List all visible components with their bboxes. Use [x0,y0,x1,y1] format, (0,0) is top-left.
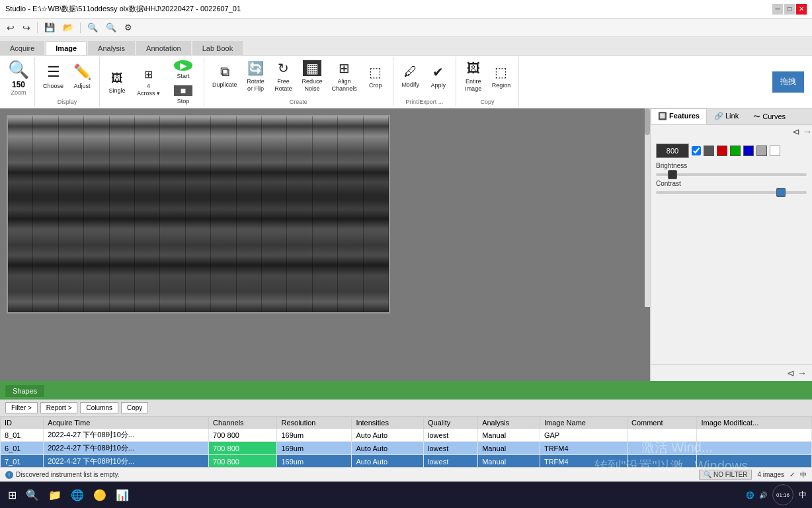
rp-nav-row: ⊲ → [651,125,812,138]
filter-button[interactable]: Filter > [5,402,38,413]
color-swatch-gray[interactable] [756,146,767,156]
color-swatch-blue[interactable] [743,146,754,156]
table-row[interactable]: 6_012022-4-27 下午08时10分...700 800169umAut… [1,442,812,455]
taskbar-file-explorer[interactable]: 📁 [46,486,64,504]
table-cell-7: GAP [540,429,627,442]
rp-tab-features[interactable]: 🔲 Features [651,108,707,124]
main-section: 🔲 Features 🔗 Link 〜 Curves ⊲ → [0,108,812,381]
features-icon: 🔲 [658,112,667,120]
columns-button[interactable]: Columns [80,402,118,413]
table-row[interactable]: 7_012022-4-27 下午08时10分...700 800169umAut… [1,455,812,468]
lang-label: 中 [800,470,807,480]
copy-table-button[interactable]: Copy [121,402,148,413]
four-across-button[interactable]: ⊞ 4Across ▾ [133,65,164,101]
rotate-flip-button[interactable]: 🔄 Rotateor Flip [243,58,269,95]
table-cell-6: Manual [478,455,540,468]
quick-print-button[interactable]: 🔍 [85,21,101,34]
rp-nav-left[interactable]: ⊲ [792,126,800,137]
modify-button[interactable]: 🖊 Modify [397,58,424,95]
rp-tab-link[interactable]: 🔗 Link [707,108,746,124]
col-quality: Quality [424,417,478,429]
col-channels: Channels [209,417,277,429]
contrast-slider-thumb[interactable] [776,188,786,197]
report-button[interactable]: Report > [40,402,78,413]
taskbar-browser[interactable]: 🌐 [68,486,87,504]
color-swatch-white[interactable] [770,146,780,156]
color-swatch-dark[interactable] [704,146,714,156]
quick-open-button[interactable]: 📂 [60,21,76,34]
taskbar: ⊞ 🔍 📁 🌐 🟡 📊 🌐 🔊 01:16 中 [0,482,812,508]
apply-button[interactable]: ✔ Apply [425,58,452,95]
rp-bottom-right[interactable]: → [797,368,807,378]
rp-bottom-left[interactable]: ⊲ [787,368,795,378]
bottom-toolbar: Shapes [0,382,812,400]
entire-image-button[interactable]: 🖼 EntireImage [460,58,487,95]
table-cell-8 [627,455,696,468]
table-body: 8_012022-4-27 下午08时10分...700 800169umAut… [1,429,812,468]
table-row[interactable]: 8_012022-4-27 下午08时10分...700 800169umAut… [1,429,812,442]
maximize-button[interactable]: □ [784,4,795,15]
app-title: Studio - E:\☆WB\数据\511oddessy olx数据\HHJ\… [5,4,241,14]
table-cell-2: 700 800 [209,429,277,442]
lane-14 [338,116,363,312]
undo-button[interactable]: ↩ [4,21,17,34]
table-cell-7: TRFM4 [540,455,627,468]
lane-4 [84,116,109,312]
single-icon: 🖼 [111,71,123,85]
channel-checkbox[interactable] [692,146,701,155]
crop-button[interactable]: ⬚ Crop [362,58,389,95]
choose-button[interactable]: ☰ Choose [39,58,67,95]
modify-icon: 🖊 [404,64,417,79]
table-cell-3: 169um [277,442,352,455]
lane-11 [262,116,287,312]
table-cell-0: 8_01 [1,429,44,442]
brightness-slider-thumb[interactable] [668,170,677,179]
brightness-slider-track[interactable] [656,173,807,176]
rp-nav-right[interactable]: → [803,126,812,137]
tab-acquire[interactable]: Acquire [0,41,44,55]
table-cell-1: 2022-4-27 下午08时10分... [44,442,209,455]
quick-zoom-button[interactable]: 🔍 [103,21,119,34]
panel-scroll-thumb[interactable] [645,108,650,135]
color-swatch-green[interactable] [730,146,741,156]
table-cell-4: Auto Auto [352,442,424,455]
minimize-button[interactable]: ─ [772,4,783,15]
free-rotate-button[interactable]: ↻ FreeRotate [270,58,297,95]
tab-image[interactable]: Image [46,41,87,55]
tab-analysis[interactable]: Analysis [88,41,135,55]
contrast-slider-track[interactable] [656,191,807,194]
align-channels-button[interactable]: ⊞ AlignChannels [328,58,361,95]
quick-save-button[interactable]: 💾 [42,21,58,34]
quick-settings-button[interactable]: ⚙ [122,21,135,34]
table-cell-5: lowest [424,429,478,442]
tab-annotation[interactable]: Annotation [136,41,191,55]
shapes-button[interactable]: Shapes [5,385,44,397]
taskbar-app2[interactable]: 📊 [113,486,132,504]
region-button[interactable]: ⬚ Region [488,58,515,95]
reduce-noise-button[interactable]: ▦ ReduceNoise [298,58,327,95]
rp-tab-curves[interactable]: 〜 Curves [746,108,793,124]
channel-value-input[interactable] [656,144,689,158]
close-button[interactable]: ✕ [796,4,807,15]
taskbar-app1[interactable]: 🟡 [91,486,109,504]
taskbar-search[interactable]: 🔍 [23,486,42,504]
tab-lab-book[interactable]: Lab Book [192,41,243,55]
redo-button[interactable]: ↪ [20,21,33,34]
chinese-action-button[interactable]: 拖拽 [772,71,804,93]
start-button[interactable]: ▶ Start [167,58,200,82]
adjust-button[interactable]: ✏️ Adjust [69,58,95,95]
taskbar-lang: 中 [799,489,807,501]
table-cell-8 [627,429,696,442]
table-cell-3: 169um [277,455,352,468]
print-export-group-label: Print/Export ... [405,97,443,105]
start-menu-button[interactable]: ⊞ [5,486,19,504]
lane-10 [237,116,262,312]
duplicate-button[interactable]: ⧉ Duplicate [208,58,241,95]
noise-icon: ▦ [303,60,321,76]
single-button[interactable]: 🖼 Single [104,65,130,101]
color-swatch-red[interactable] [717,146,727,156]
taskbar-clock[interactable]: 01:16 [772,484,793,505]
stop-button[interactable]: ■ Stop [167,83,200,107]
create-group-label: Create [290,97,307,105]
table-cell-4: Auto Auto [352,455,424,468]
